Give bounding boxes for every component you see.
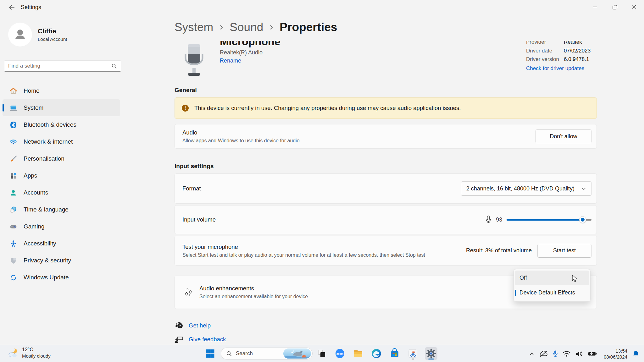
file-explorer-button[interactable] [352,347,364,360]
search-icon [226,351,232,357]
tray-notifications[interactable] [632,350,640,358]
tray-battery[interactable] [588,351,597,357]
task-view-button[interactable] [315,347,328,360]
zoom-icon: zoom [335,348,345,359]
chevron-up-icon [529,351,535,357]
settings-app-button[interactable] [425,347,437,360]
close-icon [632,4,637,9]
start-button[interactable] [204,347,216,360]
sidebar: Cliffie Local Account Find a setting Hom… [0,14,123,345]
check-driver-updates-link[interactable]: Check for driver updates [526,65,584,72]
account-type: Local Account [38,36,67,42]
window-title: Settings [21,4,41,11]
tray-chevron-up[interactable] [529,351,535,357]
weather-icon [8,347,19,359]
format-label: Format [182,185,201,192]
dropdown-option-device-default-effects[interactable]: Device Default Effects [515,285,589,300]
breadcrumb-system[interactable]: System [175,21,213,34]
restore-icon [612,4,618,10]
in-use-warning-banner: This device is currently in use. Changin… [175,97,597,119]
rename-link[interactable]: Rename [220,58,241,64]
general-heading: General [175,87,197,94]
tray-time: 13:54 [604,348,627,354]
system-tray: 13:54 08/06/2024 [526,345,644,362]
tray-clock[interactable]: 13:54 08/06/2024 [604,348,627,360]
search-highlight-image[interactable] [283,348,311,359]
sidebar-item-apps[interactable]: Apps [3,167,120,184]
sidebar-item-accounts[interactable]: Accounts [3,184,120,201]
weather-temp: 12°C [22,347,51,353]
system-icon [9,104,17,112]
audio-row-title: Audio [182,129,300,136]
sidebar-item-privacy-security[interactable]: Privacy & security [3,252,120,269]
sidebar-nav: Home System Bluetooth & devices Networ [3,82,120,286]
account-block[interactable]: Cliffie Local Account [8,23,67,47]
give-feedback-link[interactable]: Give feedback [189,336,226,343]
dont-allow-button[interactable]: Don't allow [536,129,591,143]
warning-icon [181,104,189,112]
tray-wifi[interactable] [563,350,571,357]
get-help-row[interactable]: ? Get help [175,321,211,330]
sidebar-item-time-language[interactable]: Time & language [3,201,120,218]
sidebar-item-gaming[interactable]: Gaming [3,218,120,235]
snipping-tool-button[interactable] [407,347,419,360]
taskbar: 12°C Mostly cloudy Search [0,345,644,362]
input-volume-slider[interactable] [507,216,591,223]
chevron-down-icon [581,186,586,191]
accessibility-icon [9,240,17,248]
back-button[interactable] [6,3,17,11]
shield-icon [9,257,17,265]
enhancements-dropdown-menu: Off Device Default Effects [514,269,591,302]
weather-condition: Mostly cloudy [22,353,51,359]
svg-text:zoom: zoom [336,352,344,355]
input-volume-value: 93 [496,217,502,223]
find-setting-input[interactable]: Find a setting [4,60,121,72]
sidebar-item-network-internet[interactable]: Network & internet [3,133,120,150]
sidebar-item-personalisation[interactable]: Personalisation [3,150,120,167]
zoom-app-button[interactable]: zoom [334,347,346,360]
sidebar-item-windows-update[interactable]: Windows Update [3,269,120,286]
driver-version-value: 6.0.9478.1 [564,56,589,63]
restore-button[interactable] [605,0,625,14]
edge-icon [371,348,382,359]
format-dropdown[interactable]: 2 channels, 16 bit, 48000 Hz (DVD Qualit… [461,181,591,196]
accounts-icon [9,189,17,197]
sidebar-item-home[interactable]: Home [3,82,120,99]
search-placeholder: Search [236,350,283,357]
start-test-button[interactable]: Start test [537,244,591,258]
close-button[interactable] [625,0,644,14]
edge-button[interactable] [370,347,383,360]
get-help-link[interactable]: Get help [189,322,211,329]
tray-microphone[interactable] [552,350,558,358]
weather-widget[interactable]: 12°C Mostly cloudy [8,347,51,359]
audio-allow-row: Audio Allow apps and Windows to use this… [175,124,597,149]
bell-icon [632,350,640,358]
warning-text: This device is currently in use. Changin… [194,105,461,112]
format-row: Format 2 channels, 16 bit, 48000 Hz (DVD… [175,173,597,204]
tray-onedrive[interactable] [539,350,548,358]
minimize-icon [593,4,598,9]
driver-date-value: 07/02/2023 [564,48,591,54]
device-header: Microphone Realtek(R) Audio Rename Provi… [175,41,597,77]
sidebar-item-system[interactable]: System [3,99,120,116]
minimize-button[interactable] [586,0,605,14]
breadcrumb-sound[interactable]: Sound [230,21,263,34]
speaker-icon [575,350,583,357]
give-feedback-row[interactable]: Give feedback [174,335,226,344]
taskbar-search[interactable]: Search [221,348,313,359]
enhancements-icon [183,287,194,298]
avatar [8,23,32,47]
search-icon [111,63,117,69]
sidebar-item-bluetooth-devices[interactable]: Bluetooth & devices [3,116,120,133]
find-setting-placeholder: Find a setting [8,63,111,69]
tray-date: 08/06/2024 [604,354,627,360]
input-settings-heading: Input settings [175,163,214,170]
enhancements-subtitle: Select an enhancement available for your… [199,294,308,299]
test-result-text: Result: 3% of total volume [466,247,532,254]
titlebar: Settings [0,0,644,14]
sidebar-item-accessibility[interactable]: Accessibility [3,235,120,252]
home-icon [9,87,17,95]
microsoft-store-button[interactable] [388,347,401,360]
tray-volume[interactable] [575,350,583,357]
slider-thumb[interactable] [579,216,586,223]
